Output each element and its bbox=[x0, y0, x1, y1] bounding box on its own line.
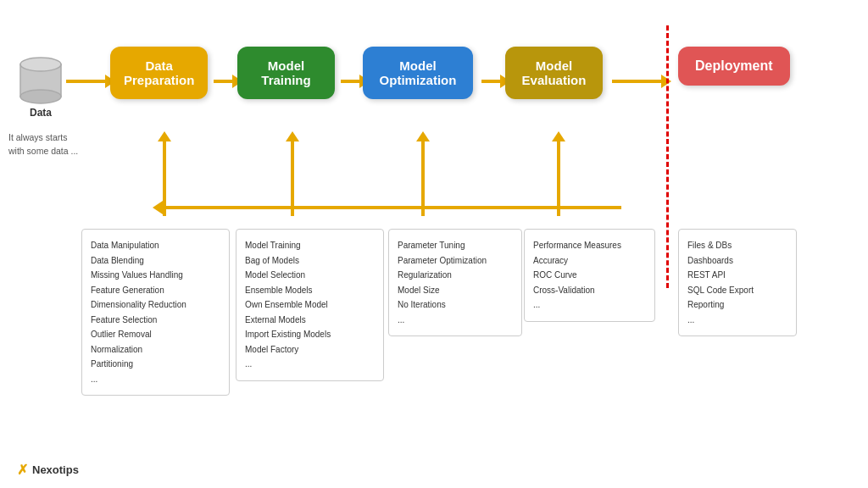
up-arrow-model-training bbox=[286, 131, 299, 216]
data-prep-detail-box: Data ManipulationData BlendingMissing Va… bbox=[81, 229, 230, 396]
model-evaluation-box: ModelEvaluation bbox=[505, 47, 603, 99]
deployment-detail-text: Files & DBsDashboardsREST APISQL Code Ex… bbox=[687, 241, 754, 324]
model-optimization-box: ModelOptimization bbox=[363, 47, 473, 99]
model-optim-detail-text: Parameter TuningParameter OptimizationRe… bbox=[398, 241, 487, 324]
model-training-box: ModelTraining bbox=[237, 47, 335, 99]
data-preparation-box: DataPreparation bbox=[110, 47, 208, 99]
model-training-detail-box: Model TrainingBag of ModelsModel Selecti… bbox=[236, 229, 384, 381]
up-arrow-model-eval bbox=[552, 131, 565, 216]
data-node: Data bbox=[19, 53, 63, 119]
arrow-eval-to-deploy bbox=[612, 75, 671, 88]
logo-icon: ✗ bbox=[17, 462, 28, 478]
dashed-vertical-line bbox=[666, 25, 669, 288]
arrow-data-to-prep bbox=[66, 75, 115, 88]
data-label: Data bbox=[30, 107, 52, 119]
model-optim-detail-box: Parameter TuningParameter OptimizationRe… bbox=[388, 229, 522, 336]
deployment-box: Deployment bbox=[678, 47, 790, 86]
data-prep-detail-text: Data ManipulationData BlendingMissing Va… bbox=[91, 241, 186, 384]
model-eval-detail-box: Performance MeasuresAccuracyROC CurveCro… bbox=[524, 229, 655, 322]
data-subtext: It always startswith some data ... bbox=[8, 131, 78, 158]
up-arrow-model-optim bbox=[416, 131, 430, 216]
data-cylinder-icon bbox=[19, 53, 63, 105]
svg-point-1 bbox=[20, 58, 61, 71]
model-training-detail-text: Model TrainingBag of ModelsModel Selecti… bbox=[245, 241, 331, 369]
svg-point-2 bbox=[20, 90, 61, 103]
deployment-detail-box: Files & DBsDashboardsREST APISQL Code Ex… bbox=[678, 229, 797, 336]
logo-area: ✗ Nexotips bbox=[17, 462, 79, 478]
main-container: Data It always startswith some data ... … bbox=[0, 0, 868, 488]
model-eval-detail-text: Performance MeasuresAccuracyROC CurveCro… bbox=[533, 241, 621, 309]
up-arrow-data-prep bbox=[158, 131, 171, 216]
logo-text: Nexotips bbox=[32, 463, 79, 476]
